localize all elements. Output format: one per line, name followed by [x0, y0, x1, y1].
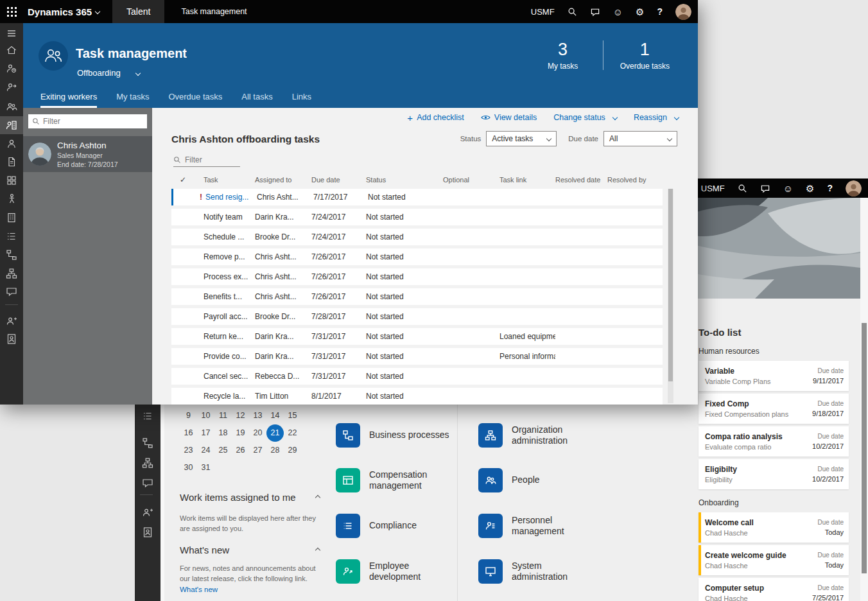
workspace-compliance[interactable]: Compliance: [336, 514, 458, 538]
calendar-day[interactable]: 9: [180, 407, 197, 424]
nav-organization-icon[interactable]: [0, 209, 23, 227]
calendar-day[interactable]: 17: [197, 424, 214, 442]
task-name[interactable]: Recycle la...: [204, 392, 255, 401]
change-status-button[interactable]: Change status: [553, 113, 617, 122]
calendar-day[interactable]: 20: [249, 424, 266, 442]
nav-feedback-icon[interactable]: [0, 283, 23, 301]
nav-modules-icon[interactable]: [0, 171, 23, 189]
workspace-compensation-management[interactable]: Compensation management: [336, 468, 458, 492]
grid-filter-input[interactable]: [185, 155, 236, 164]
settings-gear-icon[interactable]: ⚙: [636, 7, 644, 17]
table-row-selected[interactable]: ! Send resig... Chris Asht... 7/17/2017 …: [171, 189, 663, 205]
task-name[interactable]: Notify team: [204, 213, 255, 222]
calendar-day[interactable]: 29: [284, 442, 301, 459]
table-scrollbar-thumb[interactable]: [668, 189, 673, 381]
nav-teams-icon[interactable]: [0, 312, 23, 330]
nav-org-chart-icon[interactable]: [135, 454, 161, 472]
todo-item[interactable]: Computer setup Chad Hasche Due date 7/25…: [699, 578, 849, 601]
task-name[interactable]: Benefits t...: [204, 292, 255, 301]
table-row[interactable]: Schedule ... Brooke Dr... 7/24/2017 Not …: [171, 229, 663, 245]
nav-teams-icon[interactable]: [135, 503, 161, 521]
due-date-select[interactable]: All: [603, 131, 677, 146]
task-name[interactable]: Schedule ...: [204, 232, 255, 241]
tab-overdue-tasks[interactable]: Overdue tasks: [168, 92, 222, 108]
collapse-icon[interactable]: [315, 547, 320, 552]
nav-employee-icon[interactable]: [0, 135, 23, 153]
tab-exiting-workers[interactable]: Exiting workers: [40, 92, 97, 108]
workspace-system-administration[interactable]: System administration: [478, 559, 600, 584]
nav-menu-icon[interactable]: [0, 24, 23, 42]
calendar-day[interactable]: 11: [214, 407, 232, 424]
table-scrollbar[interactable]: [668, 189, 673, 403]
calendar-day[interactable]: 27: [249, 442, 266, 459]
nav-org-chart-icon[interactable]: [0, 265, 23, 283]
add-checklist-button[interactable]: + Add checklist: [407, 113, 464, 123]
bg-scrollbar-thumb[interactable]: [862, 323, 867, 573]
status-select[interactable]: Active tasks: [486, 131, 557, 146]
todo-item[interactable]: Create welcome guide Chad Hasche Due dat…: [699, 545, 849, 575]
workspace-personnel-management[interactable]: Personnel management: [478, 514, 600, 538]
table-row[interactable]: Return ke... Darin Kra... 7/31/2017 Not …: [171, 328, 663, 345]
nav-employee-management-icon[interactable]: [0, 78, 23, 96]
todo-item[interactable]: Eligibilty Eligibility Due date 10/2/201…: [699, 459, 849, 489]
table-row[interactable]: Recycle la... Tim Litton 8/1/2017 Not st…: [171, 388, 663, 405]
company-selector[interactable]: USMF: [531, 7, 555, 17]
task-name[interactable]: Provide co...: [204, 352, 255, 361]
nav-employee-badge-icon[interactable]: [0, 330, 23, 348]
whats-new-link[interactable]: What's new: [180, 586, 218, 593]
table-row[interactable]: Process ex... Chris Asht... 7/26/2017 No…: [171, 268, 663, 285]
col-assigned-to[interactable]: Assigned to: [255, 176, 311, 184]
workers-filter[interactable]: [28, 114, 147, 128]
feedback-smiley-icon[interactable]: ☺: [783, 184, 793, 193]
calendar-day[interactable]: 15: [284, 407, 301, 424]
brand[interactable]: Dynamics 365: [28, 6, 100, 17]
calendar-day[interactable]: 26: [232, 442, 249, 459]
col-optional[interactable]: Optional: [443, 176, 499, 184]
tab-my-tasks[interactable]: My tasks: [116, 92, 149, 108]
task-name[interactable]: Process ex...: [204, 272, 255, 281]
reassign-button[interactable]: Reassign: [634, 113, 679, 122]
col-resolved-date[interactable]: Resolved date: [555, 176, 607, 184]
select-all-check-icon[interactable]: ✓: [171, 175, 195, 184]
table-row[interactable]: Benefits t... Chris Asht... 7/26/2017 No…: [171, 288, 663, 305]
search-icon[interactable]: [738, 184, 747, 193]
nav-checklists-icon[interactable]: [0, 227, 23, 245]
nav-workflow-icon[interactable]: [0, 246, 23, 264]
view-details-button[interactable]: View details: [481, 113, 537, 122]
calendar-day[interactable]: 23: [180, 442, 197, 459]
nav-onboarding-icon[interactable]: [0, 190, 23, 208]
calendar-day[interactable]: 14: [266, 407, 284, 424]
messages-icon[interactable]: [760, 184, 770, 193]
help-icon[interactable]: ?: [657, 7, 663, 16]
calendar-day[interactable]: 12: [232, 407, 249, 424]
table-row[interactable]: Cancel sec... Rebecca D... 7/31/2017 Not…: [171, 368, 663, 385]
calendar-day[interactable]: 10: [197, 407, 214, 424]
user-avatar[interactable]: [846, 180, 862, 196]
table-row[interactable]: Remove p... Chris Asht... 7/26/2017 Not …: [171, 248, 663, 265]
table-row[interactable]: Notify team Darin Kra... 7/24/2017 Not s…: [171, 209, 663, 225]
workspace-employee-development[interactable]: Employee development: [336, 559, 458, 584]
settings-gear-icon[interactable]: ⚙: [806, 184, 814, 193]
col-task-link[interactable]: Task link: [499, 176, 555, 184]
workspace-organization-administration[interactable]: Organization administration: [478, 423, 600, 448]
nav-checklists-icon[interactable]: [135, 407, 161, 425]
task-name[interactable]: Cancel sec...: [204, 372, 255, 381]
workspace-business-processes[interactable]: Business processes: [336, 423, 458, 448]
tab-all-tasks[interactable]: All tasks: [241, 92, 272, 108]
calendar-day[interactable]: 25: [214, 442, 232, 459]
task-name-link[interactable]: Send resig...: [205, 193, 257, 202]
help-icon[interactable]: ?: [827, 184, 833, 193]
company-selector[interactable]: USMF: [701, 184, 725, 193]
user-avatar[interactable]: [675, 4, 691, 20]
workers-filter-input[interactable]: [43, 117, 143, 126]
task-name[interactable]: Return ke...: [204, 332, 255, 341]
todo-item[interactable]: Compa ratio analysis Evaluate compa rati…: [699, 426, 849, 457]
calendar-day-selected[interactable]: 21: [266, 424, 284, 442]
process-selector[interactable]: Offboarding: [77, 68, 140, 78]
calendar-day[interactable]: 30: [180, 459, 197, 476]
col-status[interactable]: Status: [366, 176, 443, 184]
stat-overdue-tasks[interactable]: 1 Overdue tasks: [620, 40, 670, 71]
nav-documents-icon[interactable]: [0, 153, 23, 171]
nav-task-management-icon-selected[interactable]: [0, 116, 23, 134]
calendar-day[interactable]: 16: [180, 424, 197, 442]
